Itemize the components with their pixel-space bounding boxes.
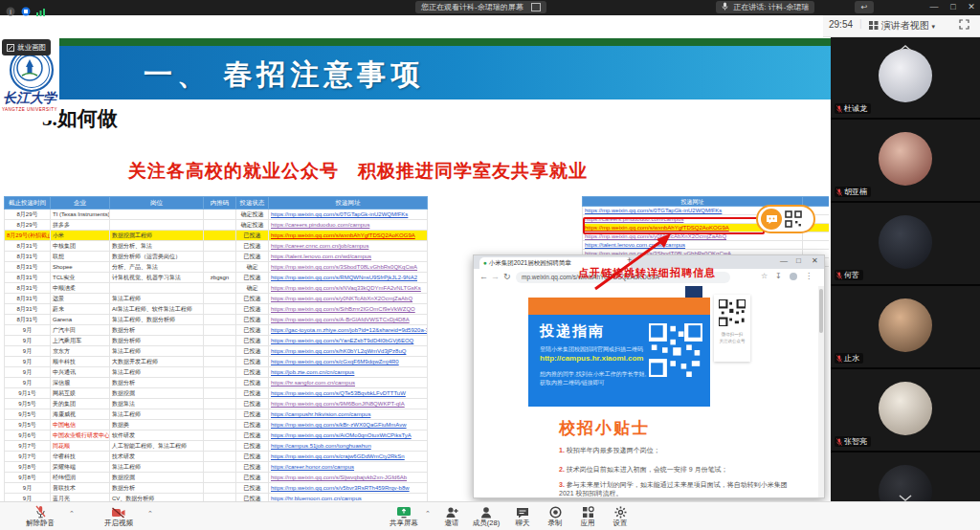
camera-off-icon [92,504,145,519]
mic-muted-icon [836,105,842,113]
apps-button[interactable]: 应用 [570,504,605,528]
mic-muted-icon [13,504,67,519]
table-row: 9月5号 海康威视 算法工程师 已投递 https://campushr.hik… [5,409,428,420]
poster-link: http://campus.hr.xiaomi.com [540,354,643,363]
col-url: 投递网址 [269,197,428,210]
video-options-chevron[interactable]: ⌃ [147,510,153,518]
chat-button[interactable]: 聊天 [505,504,540,528]
avatar [879,132,932,186]
maximize-button[interactable]: □ [946,0,961,14]
settings-icon [603,504,637,519]
table-row: 9月6号 中国农业银行研发中心 软件研发 已投递 https://mp.weix… [5,431,428,441]
table-row: 9月 中兴通讯 算法工程师 已投递 https://job.zte.com.cn… [5,367,428,378]
start-video-button[interactable]: 开启视频 [92,504,145,528]
invite-icon [434,504,469,519]
table-row: 9月 普联技术 数据分析 已投递 https://mp.weixin.qq.co… [5,483,428,494]
download-icon: ↧ [775,272,782,280]
participant-name-label: 张智亮 [835,436,871,447]
participant-name-label: 止水 [835,353,863,364]
slide-top-strip [0,38,831,46]
browser-minimize: — [780,256,788,265]
close-button[interactable]: ✕ [964,0,979,14]
col-position: 岗位 [110,197,204,210]
profile-avatar-icon [790,273,797,280]
mic-muted-icon [836,272,842,279]
forward-icon: → [491,272,500,281]
unmute-button[interactable]: 解除静音 [13,504,67,528]
fullscreen-icon[interactable] [959,19,969,32]
participant-name-label: 杜诚龙 [835,103,871,114]
avatar [879,382,932,435]
tip-item: 2. 技术岗位目前如未进入初面，会统一安排 9 月份笔试； [559,465,804,474]
reply-icon[interactable]: ↩ [855,1,874,13]
invite-button[interactable]: 邀请 [434,504,469,528]
table-row: 8月29号 TI (Texas Instruments) 确定投递 https:… [5,210,428,220]
table-row: 8月31号 Shopee 分析、产品、算法 确定 https://mp.weix… [5,262,428,273]
bookmark-star-icon: ☆ [761,272,768,280]
info-icon[interactable]: i [6,3,15,12]
poster-qr-code [649,323,702,377]
more-chevron-icon[interactable] [898,488,913,496]
table-row: 8月31号 中顺洁柔 确定 https://mp.weixin.qq.com/s… [5,283,428,294]
table-row: 8月29号(补招截止) 小米 数据挖掘工程师 已投递 https://mp.we… [5,231,428,241]
tip-item: 3. 参与未来星计划的同学，如未能通过未来星项目面试，将自动转到小米集团 202… [559,480,804,497]
avatar [879,49,932,102]
avatar [879,215,932,269]
record-button[interactable]: 录制 [538,504,572,528]
wechat-share-pill [756,205,815,233]
table-row: 9月 广汽丰田 数据分析 已投递 https://gac-toyota.m.zh… [5,325,428,336]
menu-dots-icon: ⋮ [805,272,813,280]
meeting-toolbar: 解除静音 ⌃ 开启视频 ⌃ 共享屏幕 ⌃ 邀请 成员(28) 聊天 [0,501,980,530]
table-row: 9月 深信服 数据分析 已投递 https://hr.sangfor.com.c… [5,378,428,388]
members-icon [465,504,507,519]
remaining-time: 29:54 [829,19,853,30]
table-row: 9月 京东方 算法工程师 已投递 https://mp.weixin.qq.co… [5,346,428,357]
screen-share-icon [381,504,427,519]
table-row: 9月 上汽乘用车 数据分析师 已投递 https://mp.weixin.qq.… [5,336,428,346]
view-mode-selector[interactable]: 演讲者视图 ▾ [869,19,935,33]
back-icon: ← [479,272,488,281]
settings-button[interactable]: 设置 [603,504,637,528]
share-options-chevron[interactable]: ⌃ [425,510,431,518]
avatar [879,298,932,352]
mic-options-chevron[interactable]: ⌃ [69,510,75,518]
participant-video-tile[interactable]: 胡亚楠 [831,120,980,201]
mic-muted-icon [836,438,842,446]
collapse-chevron-icon[interactable] [898,38,913,46]
table-row: 9月 顺丰科技 大数据开发工程师 已投递 https://mp.weixin.q… [5,357,428,367]
table-row: 9月1号 网易互娱 数据挖掘 已投递 https://mp.weixin.qq.… [5,388,428,399]
mic-muted-icon [836,355,842,363]
badge-label: 就业画图 [17,39,46,55]
poster-orange-band [528,298,710,315]
tips-heading: 校招小贴士 [559,417,650,439]
slide-slogan: 关注各高校的就业公众号 积极推进同学室友共享就业 [128,159,588,184]
record-icon [538,504,572,519]
network-signal-icon[interactable] [36,3,46,12]
shield-icon[interactable] [21,3,31,12]
col-referral: 内推码 [204,197,236,210]
red-highlight-box [583,217,765,234]
members-button[interactable]: 成员(28) [465,504,507,528]
apps-icon [570,504,605,519]
share-screen-button[interactable]: 共享屏幕 [381,504,427,528]
red-annotation-text: 点开链接跳转详细招聘信息 [578,266,716,280]
annotation-tool-badge: 就业画图 [2,39,51,55]
participants-sidebar: 杜诚龙 胡亚楠 何苦 [831,36,980,501]
followus-qr-card: 微信扫一扫 关注该公众号 [714,295,750,362]
col-status: 投递状态 [236,197,269,210]
new-tab-button: + [627,255,632,265]
chat-icon [505,504,540,519]
participant-name-label: 胡亚楠 [835,187,871,197]
participant-video-tile[interactable]: 止水 [831,286,980,367]
col-extra [803,197,830,207]
table-row: 8月31号 TCL实业 计算机视觉、机器学习算法 zbgsgn 已投递 http… [5,273,428,283]
table-row: 9月8号 荣耀终端 算法工程师 已投递 https://career.honor… [5,462,428,473]
minimize-button[interactable]: — [926,0,942,14]
participant-video-tile[interactable]: 张智亮 [831,369,980,451]
grid-view-icon [869,21,879,30]
wechat-icon [761,209,782,230]
watching-banner: 您正在观看计科-余珺瑞的屏幕 [415,1,546,13]
table-header-row: 截止投递时间 企业 岗位 内推码 投递状态 投递网址 [5,197,428,210]
table-row: https://talent.lenovo.com.cn/wd/campus [583,241,830,250]
participant-video-tile[interactable]: 何苦 [831,203,980,284]
